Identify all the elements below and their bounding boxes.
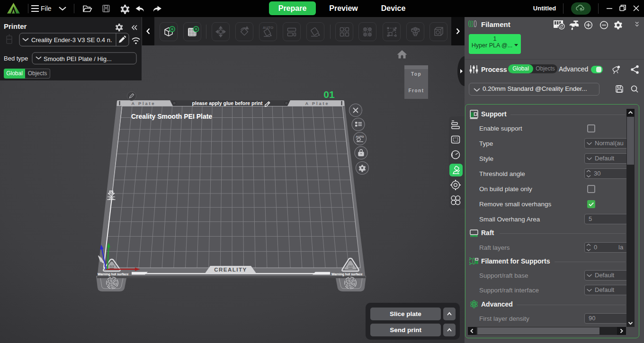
svg-text:CREALITY: CREALITY bbox=[214, 267, 247, 273]
svg-text:A Plate: A Plate bbox=[305, 101, 329, 106]
svg-text:Warning hot surface: Warning hot surface bbox=[331, 273, 363, 276]
svg-text:A Plate: A Plate bbox=[131, 101, 155, 106]
svg-text:please apply glue before print: please apply glue before print bbox=[192, 100, 263, 106]
svg-text:Top: Top bbox=[411, 71, 421, 77]
svg-text:Front: Front bbox=[408, 88, 424, 93]
svg-text:Creality Smooth PEI Plate: Creality Smooth PEI Plate bbox=[131, 113, 212, 120]
svg-text:01: 01 bbox=[323, 89, 335, 100]
svg-text:Untitled: Untitled bbox=[533, 5, 556, 12]
svg-text:Warning hot surface: Warning hot surface bbox=[98, 273, 129, 276]
